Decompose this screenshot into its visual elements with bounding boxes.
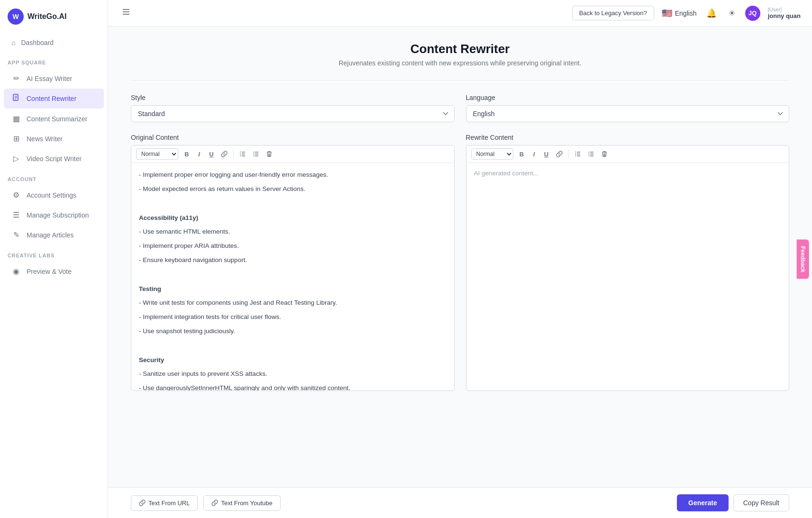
video-script-writer-label: Video Script Writer (27, 155, 82, 163)
original-content-editor: Normal Heading 1 Heading 2 Heading 3 B I… (131, 145, 455, 391)
rewrite-heading-select[interactable]: Normal Heading 1 Heading 2 Heading 3 (471, 148, 513, 160)
account-label: ACCOUNT (0, 169, 108, 185)
rewrite-ordered-list-button[interactable]: 123 (572, 149, 584, 159)
original-content-section: Original Content Normal Heading 1 Headin… (131, 134, 455, 391)
bottom-left: Text From URL Text From Youtube (131, 495, 281, 511)
copy-result-button[interactable]: Copy Result (733, 494, 789, 511)
logo[interactable]: W WriteGo.AI (0, 0, 108, 33)
header-left (119, 5, 133, 21)
rewrite-content-section: Rewrite Content Normal Heading 1 Heading… (466, 134, 790, 391)
original-unordered-list-button[interactable] (250, 149, 262, 159)
legacy-version-button[interactable]: Back to Legacy Version? (572, 6, 654, 20)
sidebar-item-account-settings[interactable]: ⚙ Account Settings (4, 185, 104, 205)
articles-icon: ✎ (11, 230, 21, 239)
language-form-group: Language English Spanish French German C… (466, 94, 790, 122)
rewrite-underline-button[interactable]: U (541, 149, 552, 160)
text-from-youtube-button[interactable]: Text From Youtube (203, 495, 280, 511)
main-content: Back to Legacy Version? 🇺🇸 English 🔔 ☀ J… (108, 0, 812, 518)
sidebar-item-preview-vote[interactable]: ◉ Preview & Vote (4, 262, 104, 281)
dashboard-label: Dashboard (21, 39, 54, 46)
text-from-youtube-label: Text From Youtube (221, 500, 272, 507)
original-ordered-list-button[interactable]: 123 (237, 149, 249, 159)
sidebar-item-manage-subscription[interactable]: ☰ Manage Subscription (4, 205, 104, 225)
sidebar: W WriteGo.AI ⌂ Dashboard APP SQUARE ✏ AI… (0, 0, 108, 518)
sidebar-item-dashboard[interactable]: ⌂ Dashboard (4, 34, 104, 52)
sidebar-item-manage-articles[interactable]: ✎ Manage Articles (4, 225, 104, 245)
sidebar-section-app-square: APP SQUARE ✏ AI Essay Writer Content Rew… (0, 52, 108, 169)
style-select[interactable]: Standard Formal Casual Creative Academic (131, 105, 455, 122)
feedback-button-wrapper: Feedback (796, 239, 809, 279)
language-form-label: Language (466, 94, 790, 101)
manage-articles-label: Manage Articles (27, 231, 74, 239)
user-info: [User] jonny quan (768, 7, 801, 19)
style-label: Style (131, 94, 455, 101)
app-square-label: APP SQUARE (0, 52, 108, 68)
original-heading-select[interactable]: Normal Heading 1 Heading 2 Heading 3 (136, 148, 178, 160)
sidebar-item-news-writer[interactable]: ⊞ News Writer (4, 129, 104, 148)
language-label: English (675, 9, 697, 17)
feedback-button[interactable]: Feedback (796, 239, 809, 279)
svg-point-13 (254, 152, 255, 153)
original-editor-toolbar: Normal Heading 1 Heading 2 Heading 3 B I… (131, 145, 454, 163)
content-area: Content Rewriter Rejuvenates existing co… (108, 27, 812, 487)
eye-icon: ◉ (11, 267, 21, 276)
toolbar-separator-1 (233, 150, 234, 158)
chart-icon: ▦ (11, 114, 21, 123)
rewrite-link-button[interactable] (553, 149, 566, 159)
original-italic-button[interactable]: I (193, 149, 205, 160)
user-avatar[interactable]: JQ (745, 6, 760, 21)
rewrite-content-editor: Normal Heading 1 Heading 2 Heading 3 B I… (466, 145, 790, 391)
theme-button[interactable]: ☀ (726, 6, 738, 20)
bottom-right: Generate Copy Result (677, 494, 789, 511)
content-summarizer-label: Content Summarizer (27, 115, 87, 123)
svg-text:3: 3 (575, 154, 576, 157)
news-writer-label: News Writer (27, 135, 63, 143)
account-settings-label: Account Settings (27, 191, 76, 199)
subscription-icon: ☰ (11, 210, 21, 219)
video-icon: ▷ (11, 154, 21, 163)
svg-point-14 (254, 154, 255, 154)
rewrite-unordered-list-button[interactable] (585, 149, 597, 159)
bottom-bar: Text From URL Text From Youtube Generate… (108, 487, 812, 518)
original-content-body[interactable]: - Implement proper error logging and use… (131, 163, 454, 391)
sidebar-item-content-summarizer[interactable]: ▦ Content Summarizer (4, 109, 104, 128)
rewrite-clear-button[interactable] (598, 149, 611, 159)
gear-icon: ⚙ (11, 191, 21, 200)
original-bold-button[interactable]: B (181, 149, 192, 160)
form-row: Style Standard Formal Casual Creative Ac… (131, 94, 789, 122)
pencil-icon: ✏ (11, 74, 21, 83)
logo-text: WriteGo.AI (27, 12, 66, 21)
rewrite-toolbar-separator-1 (568, 150, 569, 158)
original-link-button[interactable] (218, 149, 230, 159)
language-selector[interactable]: 🇺🇸 English (662, 8, 697, 18)
manage-subscription-label: Manage Subscription (27, 211, 89, 219)
hamburger-menu-button[interactable] (119, 5, 133, 21)
header: Back to Legacy Version? 🇺🇸 English 🔔 ☀ J… (108, 0, 812, 27)
original-underline-button[interactable]: U (206, 149, 217, 160)
sidebar-section-account: ACCOUNT ⚙ Account Settings ☰ Manage Subs… (0, 169, 108, 245)
original-content-label: Original Content (131, 134, 455, 141)
sidebar-section-creative-labs: CREATIVE LABS ◉ Preview & Vote (0, 245, 108, 282)
svg-point-25 (588, 152, 589, 153)
sidebar-item-video-script-writer[interactable]: ▷ Video Script Writer (4, 149, 104, 168)
text-from-url-label: Text From URL (148, 500, 190, 507)
newspaper-icon: ⊞ (11, 134, 21, 143)
rewrite-bold-button[interactable]: B (516, 149, 528, 160)
ai-essay-writer-label: AI Essay Writer (27, 75, 72, 82)
language-select[interactable]: English Spanish French German Chinese (466, 105, 790, 122)
rewrite-content-placeholder: AI generated content... (466, 163, 789, 391)
generate-button[interactable]: Generate (677, 494, 729, 511)
text-from-url-button[interactable]: Text From URL (131, 495, 198, 511)
style-form-group: Style Standard Formal Casual Creative Ac… (131, 94, 455, 122)
original-clear-button[interactable] (263, 149, 275, 159)
sidebar-item-ai-essay-writer[interactable]: ✏ AI Essay Writer (4, 69, 104, 88)
logo-icon: W (8, 9, 24, 25)
rewrite-content-label: Rewrite Content (466, 134, 790, 141)
rewrite-italic-button[interactable]: I (529, 149, 540, 160)
sidebar-item-content-rewriter[interactable]: Content Rewriter (4, 89, 104, 109)
svg-text:3: 3 (240, 154, 241, 157)
notification-button[interactable]: 🔔 (704, 6, 719, 20)
page-subtitle: Rejuvenates existing content with new ex… (131, 59, 789, 67)
user-role: [User] (768, 7, 801, 12)
rewrite-editor-toolbar: Normal Heading 1 Heading 2 Heading 3 B I… (466, 145, 789, 163)
